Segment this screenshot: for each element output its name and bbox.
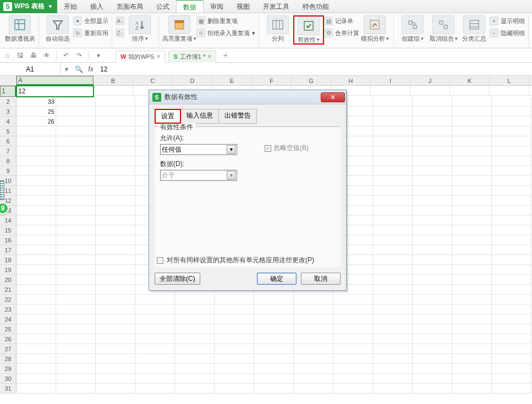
cell[interactable] <box>373 384 413 394</box>
cell[interactable] <box>373 334 413 344</box>
show-detail-button[interactable]: +显示明细 <box>490 16 525 25</box>
sort-desc-button[interactable]: Z↓ <box>116 29 124 37</box>
cell[interactable] <box>17 275 56 285</box>
cell[interactable] <box>17 186 56 196</box>
cell[interactable] <box>492 305 531 314</box>
cell[interactable] <box>215 305 254 314</box>
cell[interactable] <box>452 374 492 384</box>
row-header[interactable]: 7 <box>0 146 17 156</box>
cell[interactable] <box>413 225 452 235</box>
cell[interactable] <box>96 295 135 305</box>
fx-icon[interactable]: fx <box>85 63 97 75</box>
cell[interactable] <box>135 295 175 305</box>
cell[interactable] <box>96 225 135 235</box>
cell[interactable] <box>254 295 294 305</box>
cell[interactable] <box>254 374 294 384</box>
cell[interactable] <box>17 305 56 314</box>
show-all-button[interactable]: ✦全部显示 <box>73 16 108 25</box>
group-button[interactable]: 创建组▾ <box>397 15 428 42</box>
cell[interactable] <box>56 235 96 245</box>
cell[interactable] <box>373 374 413 384</box>
row-header[interactable]: 25 <box>0 324 17 334</box>
cell[interactable] <box>17 225 56 235</box>
cell[interactable] <box>215 295 254 305</box>
cell[interactable] <box>254 314 294 324</box>
cell[interactable] <box>56 265 96 275</box>
column-header[interactable]: I <box>371 76 410 86</box>
cell[interactable] <box>492 235 531 245</box>
cell[interactable] <box>373 97 413 107</box>
cell[interactable] <box>413 156 452 166</box>
search-icon[interactable]: 🔍 <box>73 63 85 75</box>
cell[interactable] <box>413 384 452 394</box>
cell[interactable] <box>96 344 135 354</box>
cell[interactable] <box>333 374 373 384</box>
cell[interactable] <box>373 196 413 206</box>
cell[interactable] <box>56 117 96 126</box>
cell[interactable] <box>17 324 56 334</box>
cell[interactable] <box>175 374 215 384</box>
cell[interactable] <box>56 206 96 215</box>
reject-dup-button[interactable]: ⦸拒绝录入重复项▾ <box>196 29 255 37</box>
cell[interactable] <box>254 324 294 334</box>
cell[interactable] <box>135 334 175 344</box>
cell[interactable] <box>96 305 135 314</box>
cell[interactable] <box>135 374 175 384</box>
menu-item-4[interactable]: 数据 <box>176 0 204 13</box>
cell[interactable] <box>96 166 135 176</box>
cell[interactable] <box>17 235 56 245</box>
cell[interactable] <box>17 176 56 186</box>
cell[interactable] <box>492 97 531 107</box>
cell[interactable] <box>215 324 254 334</box>
cell[interactable] <box>492 117 531 126</box>
cell[interactable] <box>529 86 532 96</box>
cell[interactable] <box>410 86 450 96</box>
menu-item-2[interactable]: 页面布局 <box>110 0 150 13</box>
cell[interactable] <box>492 107 531 117</box>
cell[interactable] <box>96 176 135 186</box>
cell[interactable] <box>413 146 452 156</box>
cell[interactable] <box>413 314 452 324</box>
cell[interactable] <box>96 275 135 285</box>
cell[interactable] <box>215 384 254 394</box>
cell[interactable] <box>333 324 373 334</box>
cell[interactable] <box>373 344 413 354</box>
cell[interactable] <box>175 295 215 305</box>
redo-icon[interactable]: ↷ <box>74 51 84 60</box>
name-box[interactable] <box>0 63 61 75</box>
cell[interactable] <box>452 275 492 285</box>
cell[interactable] <box>452 305 492 314</box>
cell[interactable] <box>175 334 215 344</box>
cell[interactable] <box>56 225 96 235</box>
cell[interactable] <box>56 295 96 305</box>
cell[interactable] <box>56 146 96 156</box>
cell[interactable] <box>413 176 452 186</box>
column-header[interactable]: L <box>490 76 529 86</box>
cell[interactable] <box>452 206 492 215</box>
cell[interactable] <box>96 265 135 275</box>
row-header[interactable]: 21 <box>0 285 17 295</box>
cell[interactable] <box>373 225 413 235</box>
cell[interactable] <box>17 374 56 384</box>
cell[interactable] <box>373 235 413 245</box>
column-header[interactable]: C <box>133 76 173 86</box>
column-header[interactable]: E <box>212 76 252 86</box>
cell[interactable] <box>373 295 413 305</box>
row-header[interactable]: 3 <box>0 107 17 117</box>
cell[interactable] <box>96 156 135 166</box>
menu-item-8[interactable]: 特色功能 <box>296 0 336 13</box>
cell[interactable] <box>452 314 492 324</box>
cell[interactable] <box>413 275 452 285</box>
cell[interactable] <box>492 126 531 136</box>
ok-button[interactable]: 确定 <box>257 273 297 285</box>
menu-item-3[interactable]: 公式 <box>150 0 176 13</box>
cell[interactable] <box>450 86 490 96</box>
cell[interactable] <box>492 156 531 166</box>
pivot-table-button[interactable]: 数据透视表 <box>4 15 35 42</box>
cell[interactable] <box>492 206 531 215</box>
cell[interactable] <box>294 344 333 354</box>
cell[interactable] <box>333 364 373 374</box>
undo-icon[interactable]: ↶ <box>61 51 71 60</box>
cell[interactable]: 33 <box>17 97 56 107</box>
close-tab-icon[interactable]: × <box>207 53 211 60</box>
